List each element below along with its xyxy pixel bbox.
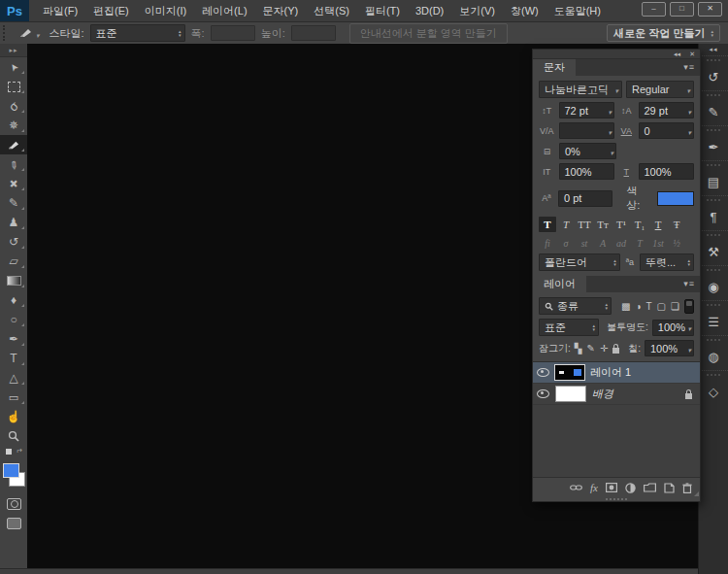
height-input[interactable] xyxy=(291,25,336,41)
minimize-button[interactable]: – xyxy=(642,2,666,17)
drag-grip-icon[interactable] xyxy=(707,269,720,271)
brush-tool-button[interactable]: ✎ xyxy=(0,193,27,213)
oldstyle-button[interactable]: ad xyxy=(612,236,630,250)
menu-view[interactable]: 보기(V) xyxy=(451,0,503,21)
screen-mode-button[interactable] xyxy=(0,514,27,533)
visibility-eye-icon[interactable] xyxy=(537,389,549,398)
adjustments-panel-icon[interactable]: ☰ xyxy=(701,308,726,335)
history-panel-icon[interactable]: ↺ xyxy=(701,63,726,90)
marquee-tool-button[interactable] xyxy=(0,77,27,96)
tracking-field[interactable]: 0 xyxy=(639,122,695,139)
new-group-folder-icon[interactable] xyxy=(644,483,656,492)
drag-grip-icon[interactable] xyxy=(707,94,720,96)
baseline-shift-field[interactable]: 0 pt xyxy=(558,190,612,207)
drag-grip-icon[interactable] xyxy=(707,59,720,61)
font-size-field[interactable]: 72 pt xyxy=(559,102,615,118)
gradient-tool-button[interactable] xyxy=(0,271,27,290)
discretionary-ligatures-button[interactable]: st xyxy=(576,236,593,250)
font-family-dropdown[interactable]: 나눔바른고딕 ... xyxy=(539,81,622,98)
blur-tool-button[interactable]: ♦ xyxy=(0,290,27,310)
drag-grip-icon[interactable] xyxy=(707,339,720,341)
expand-panels-button[interactable]: ◂◂ xyxy=(699,44,728,55)
lock-position-icon[interactable]: ✛ xyxy=(600,343,608,354)
menu-layer[interactable]: 레이어(L) xyxy=(194,0,254,21)
hand-tool-button[interactable]: ☝ xyxy=(0,407,27,426)
layer-comps-panel-icon[interactable]: ▤ xyxy=(701,168,726,195)
titling-alternates-button[interactable]: T xyxy=(631,236,648,250)
panel-menu-icon[interactable] xyxy=(683,59,700,76)
small-caps-button[interactable]: Tт xyxy=(594,217,612,232)
fractions-button[interactable]: ½ xyxy=(668,236,685,250)
font-style-dropdown[interactable]: Regular xyxy=(626,81,694,98)
blend-mode-dropdown[interactable]: 표준 xyxy=(539,319,599,336)
swash-button[interactable]: A xyxy=(594,236,612,250)
filter-type-layers-icon[interactable]: T xyxy=(645,301,651,312)
add-layer-mask-icon[interactable] xyxy=(606,483,617,492)
tools-panel-icon[interactable]: ⚒ xyxy=(701,238,726,265)
menu-file[interactable]: 파일(F) xyxy=(35,0,85,21)
tab-layers[interactable]: 레이어 xyxy=(533,276,586,292)
zoom-tool-button[interactable] xyxy=(0,426,27,446)
menu-edit[interactable]: 편집(E) xyxy=(85,0,137,21)
3d-panel-icon[interactable]: ◇ xyxy=(701,378,726,405)
menu-select[interactable]: 선택(S) xyxy=(306,0,357,21)
layer-thumbnail[interactable] xyxy=(555,386,586,402)
fill-field[interactable]: 100% xyxy=(645,340,694,356)
dodge-tool-button[interactable]: ○ xyxy=(0,310,27,329)
libraries-panel-icon[interactable]: ◉ xyxy=(701,273,726,300)
filter-shape-layers-icon[interactable]: ▢ xyxy=(657,301,666,312)
width-input[interactable] xyxy=(211,25,255,41)
vertical-scale-field[interactable]: 100% xyxy=(559,163,615,180)
lasso-tool-button[interactable]: σ xyxy=(0,96,27,116)
swap-colors-icon[interactable] xyxy=(0,446,27,459)
panel-resize-grip[interactable] xyxy=(533,497,700,501)
layer-name[interactable]: 배경 xyxy=(592,387,679,401)
layer-row[interactable]: 배경 xyxy=(533,384,700,405)
brush-settings-panel-icon[interactable]: ✎ xyxy=(701,98,726,125)
eyedropper-tool-button[interactable]: ✐ xyxy=(0,154,27,174)
layer-name[interactable]: 레이어 1 xyxy=(590,365,696,380)
menu-image[interactable]: 이미지(I) xyxy=(137,0,194,21)
strikethrough-button[interactable]: Ŧ xyxy=(668,217,685,232)
layer-style-fx-icon[interactable]: fx xyxy=(590,482,598,493)
all-caps-button[interactable]: TT xyxy=(576,217,593,232)
layer-row[interactable]: 레이어 1 xyxy=(533,362,700,384)
magic-wand-tool-button[interactable]: ✵ xyxy=(0,116,27,135)
drag-grip-icon[interactable] xyxy=(707,374,720,376)
tsume-field[interactable]: 0% xyxy=(559,143,616,159)
move-tool-button[interactable]: ➤ xyxy=(0,57,27,77)
delete-layer-trash-icon[interactable] xyxy=(682,483,692,493)
slice-tool-button[interactable] xyxy=(0,135,27,154)
collapse-to-icons-button[interactable]: ◂◂ xyxy=(674,50,680,58)
menu-3d[interactable]: 3D(D) xyxy=(408,0,451,21)
faux-italic-button[interactable]: T xyxy=(557,217,575,232)
slice-tool-preset-button[interactable] xyxy=(16,24,44,42)
drag-grip-icon[interactable] xyxy=(707,164,720,166)
shape-tool-button[interactable]: ▭ xyxy=(0,388,27,407)
lock-transparency-icon[interactable]: ▚ xyxy=(575,343,582,354)
horizontal-scale-field[interactable]: 100% xyxy=(639,163,695,180)
foreground-color-swatch[interactable] xyxy=(3,463,19,478)
faux-bold-button[interactable]: T xyxy=(539,217,556,232)
kerning-field[interactable] xyxy=(559,122,615,139)
drag-grip-icon[interactable] xyxy=(707,234,720,236)
opacity-field[interactable]: 100% xyxy=(652,320,694,336)
new-layer-icon[interactable] xyxy=(664,483,675,493)
quick-mask-button[interactable] xyxy=(0,494,27,514)
type-tool-button[interactable]: T xyxy=(0,349,27,368)
new-adjustment-layer-icon[interactable] xyxy=(625,483,636,493)
path-selection-tool-button[interactable]: △ xyxy=(0,368,27,388)
maximize-button[interactable]: □ xyxy=(670,2,694,17)
history-brush-tool-button[interactable]: ↺ xyxy=(0,232,27,252)
underline-button[interactable]: T xyxy=(649,217,667,232)
panel-menu-icon[interactable] xyxy=(683,276,700,292)
lock-all-icon[interactable] xyxy=(612,348,619,354)
menu-help[interactable]: 도움말(H) xyxy=(546,0,609,21)
layer-filter-toggle[interactable] xyxy=(684,299,694,314)
healing-brush-tool-button[interactable]: ✚ xyxy=(0,174,27,193)
contextual-alternates-button[interactable]: σ xyxy=(557,236,575,250)
close-panel-button[interactable]: ✕ xyxy=(689,50,695,58)
drag-grip-icon[interactable] xyxy=(707,304,720,306)
filter-kind-dropdown[interactable]: 종류 xyxy=(539,297,612,315)
layer-thumbnail[interactable] xyxy=(555,365,584,380)
